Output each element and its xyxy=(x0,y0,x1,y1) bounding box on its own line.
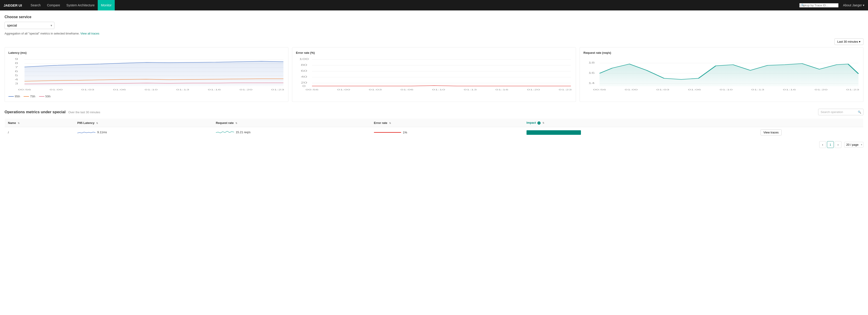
svg-text:100: 100 xyxy=(299,58,309,60)
error-rate-bar-bg xyxy=(374,132,401,133)
col-error-rate[interactable]: Error rate ⇅ xyxy=(371,119,523,127)
sort-request-icon: ⇅ xyxy=(236,122,237,124)
error-rate-bar-fill xyxy=(374,132,401,133)
svg-text:00:56: 00:56 xyxy=(18,88,31,91)
sort-p95-icon: ⇅ xyxy=(96,122,98,124)
view-all-traces-link[interactable]: View all traces xyxy=(80,32,99,35)
impact-info-icon[interactable]: i xyxy=(537,121,540,124)
col-request-rate[interactable]: Request rate ⇅ xyxy=(213,119,371,127)
svg-text:20: 20 xyxy=(301,82,307,84)
main-content: Choose service special ▾ Aggregation of … xyxy=(0,10,868,152)
svg-text:01:16: 01:16 xyxy=(783,88,796,91)
svg-marker-51 xyxy=(599,63,859,86)
request-sparkline xyxy=(216,130,234,135)
row-request-rate: 15.21 req/s xyxy=(213,127,371,138)
time-filter-button[interactable]: Last 30 minutes ▾ xyxy=(834,38,864,45)
svg-text:01:20: 01:20 xyxy=(527,88,540,91)
table-header: Name ⇅ P95 Latency ⇅ Request rate ⇅ Erro… xyxy=(5,119,864,127)
svg-text:01:13: 01:13 xyxy=(751,88,764,91)
error-rate-value: 1% xyxy=(403,131,407,134)
about-jaeger-menu[interactable]: About Jaeger ▾ xyxy=(843,3,864,7)
error-rate-chart-card: Error rate (%) 100 80 60 40 20 0 xyxy=(292,47,576,102)
latency-chart-svg: 9 8 7 6 5 4 3 xyxy=(8,57,285,93)
svg-text:14: 14 xyxy=(588,82,595,84)
svg-text:01:06: 01:06 xyxy=(688,88,701,91)
col-p95-latency[interactable]: P95 Latency ⇅ xyxy=(74,119,213,127)
p95-value: 9.11ms xyxy=(97,131,107,134)
table-row: / 9.11ms 15.21 req/s xyxy=(5,127,864,138)
svg-text:01:20: 01:20 xyxy=(814,88,828,91)
page-size-wrap: 10 / page 20 / page 50 / page ▾ xyxy=(842,142,864,147)
ops-title-wrap: Operations metrics under special Over th… xyxy=(4,110,100,114)
nav-system-architecture[interactable]: System Architecture xyxy=(63,0,98,10)
svg-text:80: 80 xyxy=(301,64,307,66)
svg-text:5: 5 xyxy=(15,74,18,77)
impact-bar xyxy=(527,130,581,135)
svg-text:00:56: 00:56 xyxy=(593,88,606,91)
error-rate-chart-area: 100 80 60 40 20 0 00:56 01:00 01 xyxy=(296,57,572,93)
svg-text:01:10: 01:10 xyxy=(145,88,158,91)
trace-search-wrap: 🔍 xyxy=(799,3,839,7)
svg-text:01:03: 01:03 xyxy=(369,88,382,91)
ops-search-input[interactable] xyxy=(818,109,864,115)
navbar: JAEGER UI Search Compare System Architec… xyxy=(0,0,868,10)
col-impact[interactable]: Impact i ⇅ xyxy=(523,119,757,127)
page-size-select[interactable]: 10 / page 20 / page 50 / page xyxy=(844,142,864,147)
view-traces-button[interactable]: View traces xyxy=(761,130,782,136)
svg-text:01:13: 01:13 xyxy=(176,88,189,91)
svg-text:01:13: 01:13 xyxy=(464,88,477,91)
svg-text:01:06: 01:06 xyxy=(400,88,413,91)
legend-95th-label: 95th xyxy=(15,95,20,98)
p95-sparkline xyxy=(77,130,95,135)
error-rate-chart-svg: 100 80 60 40 20 0 00:56 01:00 01 xyxy=(296,57,572,93)
svg-text:01:00: 01:00 xyxy=(337,88,350,91)
prev-page-button[interactable]: ‹ xyxy=(819,141,826,148)
ops-subtitle: Over the last 30 minutes xyxy=(68,111,100,114)
pagination: ‹ 1 › 10 / page 20 / page 50 / page ▾ xyxy=(4,141,864,148)
svg-text:18: 18 xyxy=(588,61,594,64)
svg-text:3: 3 xyxy=(15,82,18,85)
svg-text:7: 7 xyxy=(15,66,18,68)
svg-text:01:23: 01:23 xyxy=(271,88,284,91)
request-rate-chart-svg: 18 16 14 00:56 0 xyxy=(583,57,860,93)
request-sparkline-wrap: 15.21 req/s xyxy=(216,130,251,135)
latency-chart-card: Latency (ms) 9 8 7 6 5 4 3 xyxy=(4,47,288,102)
latency-chart-area: 9 8 7 6 5 4 3 xyxy=(8,57,285,93)
svg-text:4: 4 xyxy=(15,78,18,81)
svg-text:40: 40 xyxy=(301,76,307,78)
request-rate-chart-area: 18 16 14 00:56 0 xyxy=(583,57,860,93)
svg-text:01:00: 01:00 xyxy=(50,88,63,91)
svg-text:01:16: 01:16 xyxy=(208,88,221,91)
sort-impact-icon: ⇅ xyxy=(542,122,544,124)
error-bar-wrap: 1% xyxy=(374,131,520,134)
charts-row: Latency (ms) 9 8 7 6 5 4 3 xyxy=(4,47,864,102)
legend-95th-line xyxy=(8,96,14,97)
nav-compare[interactable]: Compare xyxy=(44,0,63,10)
svg-text:01:23: 01:23 xyxy=(846,88,859,91)
col-actions xyxy=(757,119,864,127)
svg-text:01:06: 01:06 xyxy=(113,88,126,91)
svg-text:0: 0 xyxy=(302,85,305,87)
aggregation-text: Aggregation of all "special" metrics in … xyxy=(4,32,864,35)
svg-text:60: 60 xyxy=(301,70,307,72)
request-rate-value: 15.21 req/s xyxy=(236,131,251,134)
current-page-button[interactable]: 1 xyxy=(827,141,834,148)
nav-monitor[interactable]: Monitor xyxy=(98,0,115,10)
next-page-button[interactable]: › xyxy=(835,141,841,148)
legend-50th-line xyxy=(39,96,44,97)
svg-text:01:03: 01:03 xyxy=(82,88,94,91)
legend-75th-line xyxy=(24,96,29,97)
service-select[interactable]: special xyxy=(4,22,55,29)
svg-text:01:00: 01:00 xyxy=(625,88,638,91)
operations-table: Name ⇅ P95 Latency ⇅ Request rate ⇅ Erro… xyxy=(4,118,864,138)
nav-search[interactable]: Search xyxy=(27,0,44,10)
sort-name-icon: ⇅ xyxy=(18,122,20,124)
col-name[interactable]: Name ⇅ xyxy=(5,119,74,127)
legend-75th-label: 75th xyxy=(30,95,35,98)
latency-chart-title: Latency (ms) xyxy=(8,51,285,54)
ops-header: Operations metrics under special Over th… xyxy=(4,109,864,115)
row-p95-latency: 9.11ms xyxy=(74,127,213,138)
trace-id-input[interactable] xyxy=(799,3,839,7)
row-name: / xyxy=(5,127,74,138)
ops-title: Operations metrics under special xyxy=(4,110,65,114)
